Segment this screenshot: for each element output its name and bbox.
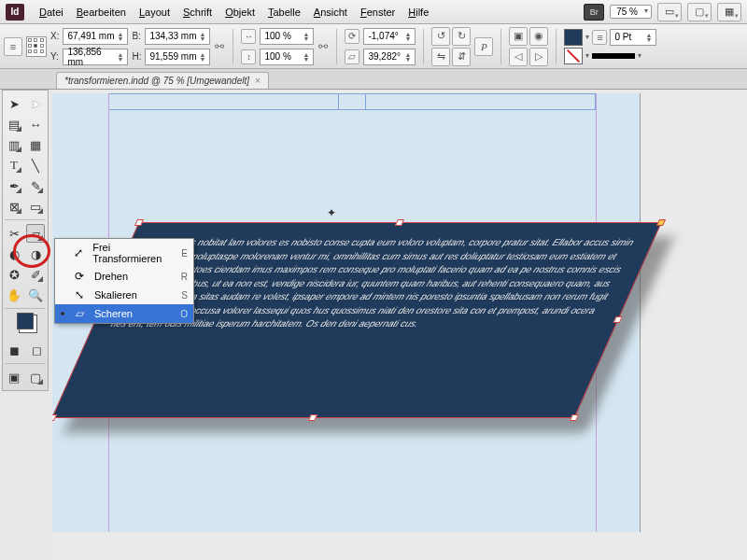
apply-none-icon[interactable]: ◻: [27, 341, 46, 359]
note-tool[interactable]: ✪: [5, 265, 23, 284]
content-placer-tool[interactable]: ▦: [26, 135, 45, 154]
fill-stroke-swatch[interactable]: [5, 313, 46, 329]
direct-selection-tool[interactable]: ➤: [26, 94, 45, 113]
y-field[interactable]: 136,856 mm▲▼: [63, 49, 128, 65]
rectangle-frame-tool[interactable]: ⊠: [5, 197, 23, 216]
menu-schrift[interactable]: Schrift: [177, 3, 218, 21]
type-tool[interactable]: T: [5, 156, 23, 175]
stroke-style-preview[interactable]: [592, 53, 635, 59]
zoom-dropdown[interactable]: 75 %: [610, 5, 652, 19]
view-options-button[interactable]: ▭: [657, 3, 682, 21]
handle-top-right[interactable]: [656, 219, 666, 226]
page-tool[interactable]: ▤: [5, 115, 23, 133]
scissors-tool[interactable]: ✂: [5, 224, 23, 243]
menu-ansicht[interactable]: Ansicht: [308, 3, 353, 21]
document-tab-strip: *transformieren.indd @ 75 % [Umgewandelt…: [0, 69, 747, 90]
flyout-shear[interactable]: ▱ Scheren O: [55, 304, 193, 323]
menu-tabelle[interactable]: Tabelle: [262, 3, 306, 21]
document-tab[interactable]: *transformieren.indd @ 75 % [Umgewandelt…: [56, 72, 269, 89]
transform-tool-flyout: ⤢ Frei Transformieren E ⟳ Drehen R ⤡ Ska…: [54, 238, 194, 324]
flyout-key: R: [181, 272, 188, 282]
flyout-free-transform[interactable]: ⤢ Frei Transformieren E: [55, 239, 193, 267]
zoom-tool[interactable]: 🔍: [26, 286, 45, 304]
p-orientation-icon: P: [474, 37, 493, 56]
reference-point-grid[interactable]: [26, 36, 47, 57]
rotate-field[interactable]: -1,074°▲▼: [363, 28, 416, 45]
fill-dd-icon[interactable]: ▾: [585, 33, 589, 41]
rotate-tool-icon: ⟳: [72, 270, 87, 283]
flyout-rotate[interactable]: ⟳ Drehen R: [55, 267, 193, 286]
apply-color-icon[interactable]: ◼: [5, 341, 23, 359]
gap-tool[interactable]: ↔: [26, 115, 45, 133]
free-transform-tool[interactable]: ▱: [26, 224, 45, 243]
bridge-button[interactable]: Br: [584, 4, 604, 21]
y-label: Y:: [50, 51, 59, 62]
hand-tool[interactable]: ✋: [5, 286, 23, 304]
stroke-weight-field[interactable]: 0 Pt▲▼: [610, 29, 656, 46]
free-transform-icon: ⤢: [72, 246, 86, 259]
select-container-icon[interactable]: ▣: [509, 27, 528, 46]
flip-v-icon[interactable]: ⇵: [452, 48, 471, 66]
shear-field[interactable]: 39,282°▲▼: [363, 49, 416, 65]
flyout-key: S: [181, 290, 188, 301]
menu-objekt[interactable]: Objekt: [219, 3, 261, 21]
no-stroke-swatch[interactable]: [564, 48, 583, 64]
flyout-label: Skalieren: [94, 289, 137, 301]
h-label: H:: [132, 51, 141, 62]
select-prev-icon[interactable]: ◁: [509, 48, 528, 66]
close-tab-icon[interactable]: ×: [255, 76, 261, 86]
w-label: B:: [132, 31, 141, 41]
menu-datei[interactable]: Datei: [34, 3, 69, 21]
stroke-weight-icon: ≡: [592, 30, 607, 45]
constrain-scale-icon[interactable]: ⚯: [317, 40, 329, 53]
h-field[interactable]: 91,559 mm▲▼: [145, 49, 210, 65]
rotate-cw-icon[interactable]: ↻: [452, 27, 471, 46]
rotation-anchor-icon[interactable]: [327, 203, 338, 215]
rotate-icon: ⟳: [345, 29, 359, 44]
gradient-swatch-tool[interactable]: ◐: [5, 245, 23, 263]
w-field[interactable]: 134,33 mm▲▼: [145, 28, 210, 45]
menu-fenster[interactable]: Fenster: [355, 3, 401, 21]
flyout-label: Frei Transformieren: [92, 242, 174, 264]
handle-top-mid[interactable]: [395, 219, 404, 226]
tools-panel: ➤ ➤ ▤ ↔ ▥ ▦ T ╲ ✒ ✎ ⊠ ▭ ✂ ▱ ◐ ◑ ✪ ✐ ✋ 🔍 …: [2, 90, 49, 391]
handle-bottom-left[interactable]: [52, 414, 57, 421]
gradient-feather-tool[interactable]: ◑: [26, 245, 45, 263]
menu-layout[interactable]: Layout: [134, 3, 176, 21]
shear-tool-icon: ▱: [72, 307, 87, 320]
select-content-icon[interactable]: ◉: [529, 27, 548, 46]
flyout-label: Scheren: [94, 308, 133, 319]
scale-tool-icon: ⤡: [72, 288, 87, 301]
select-next-icon[interactable]: ▷: [529, 48, 548, 66]
scale-x-field[interactable]: 100 %▲▼: [260, 28, 314, 45]
flyout-scale[interactable]: ⤡ Skalieren S: [55, 286, 193, 304]
menu-hilfe[interactable]: Hilfe: [402, 3, 434, 21]
x-field[interactable]: 67,491 mm▲▼: [63, 28, 128, 45]
rectangle-tool[interactable]: ▭: [26, 197, 45, 216]
flip-h-icon[interactable]: ⇋: [431, 48, 450, 66]
stroke-style-dd-icon[interactable]: ▾: [638, 51, 641, 60]
handle-top-left[interactable]: [134, 219, 144, 226]
selection-tool[interactable]: ➤: [5, 94, 23, 113]
scale-y-field[interactable]: 100 %▲▼: [260, 49, 314, 65]
flyout-label: Drehen: [94, 271, 128, 282]
rotate-ccw-icon[interactable]: ↺: [431, 27, 450, 46]
panel-menu-icon[interactable]: ≡: [4, 37, 22, 56]
eyedropper-tool[interactable]: ✐: [26, 265, 45, 284]
menu-bearbeiten[interactable]: Bearbeiten: [71, 3, 132, 21]
line-tool[interactable]: ╲: [26, 156, 45, 175]
guide-column-gap: [338, 93, 366, 110]
fill-swatch[interactable]: [564, 29, 583, 46]
pencil-tool[interactable]: ✎: [26, 176, 45, 195]
pen-tool[interactable]: ✒: [5, 176, 23, 195]
screen-mode-button[interactable]: ▢: [687, 3, 712, 21]
scale-y-icon: ↕: [241, 49, 256, 64]
x-label: X:: [50, 31, 59, 41]
normal-view-icon[interactable]: ▣: [5, 368, 23, 386]
content-collector-tool[interactable]: ▥: [5, 135, 23, 154]
stroke-dd-icon[interactable]: ▾: [585, 51, 589, 60]
constrain-wh-icon[interactable]: ⚯: [214, 40, 225, 53]
preview-mode-icon[interactable]: ▢: [26, 368, 45, 386]
arrange-docs-button[interactable]: ▦: [717, 3, 741, 21]
flyout-key: E: [181, 248, 188, 259]
